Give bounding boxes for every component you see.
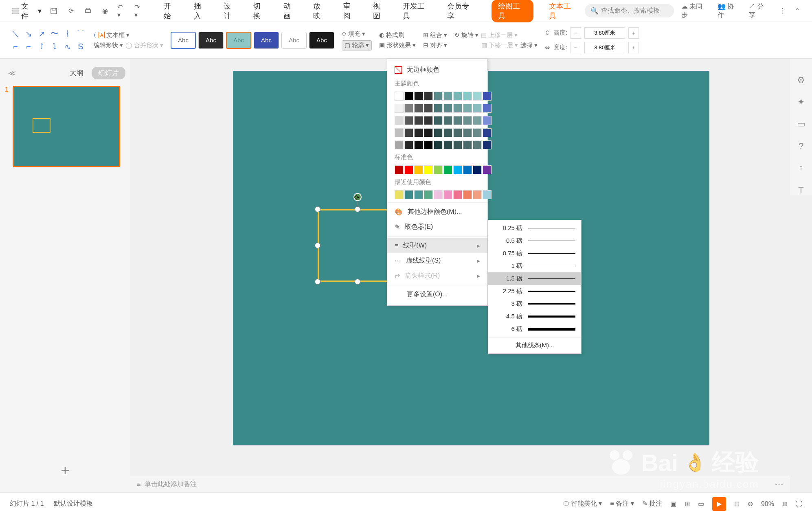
color-swatch[interactable]: [414, 116, 423, 125]
weight-option[interactable]: 6 磅: [488, 323, 581, 335]
color-swatch[interactable]: [395, 190, 404, 199]
tab-design[interactable]: 设计: [224, 0, 238, 22]
color-swatch[interactable]: [443, 140, 452, 149]
collapse-ribbon-icon[interactable]: ⌃: [794, 7, 800, 15]
tab-text-tools[interactable]: 文本工具: [549, 0, 578, 22]
save-icon[interactable]: [49, 6, 59, 16]
style-3-selected[interactable]: Abc: [226, 32, 251, 49]
zoom-out-icon[interactable]: ⊖: [748, 500, 753, 508]
shape-rectangle[interactable]: [318, 209, 397, 282]
color-swatch[interactable]: [443, 116, 452, 125]
color-swatch[interactable]: [483, 116, 492, 125]
color-swatch[interactable]: [463, 190, 472, 199]
color-swatch[interactable]: [395, 104, 404, 113]
color-swatch[interactable]: [404, 128, 413, 137]
color-swatch[interactable]: [463, 92, 472, 101]
tab-drawing-tools[interactable]: 绘图工具: [492, 0, 533, 22]
edit-shape-button[interactable]: 编辑形状 ▾: [94, 42, 123, 49]
merge-shape-button[interactable]: ◯ 合并形状 ▾: [125, 42, 163, 49]
undo-icon[interactable]: ↶ ▾: [117, 6, 127, 16]
style-4[interactable]: Abc: [254, 32, 279, 49]
format-painter-button[interactable]: ◐ 格式刷: [379, 31, 416, 39]
style-1[interactable]: Abc: [171, 32, 196, 49]
weight-item[interactable]: ≡线型(W)▸: [387, 238, 487, 253]
align-button[interactable]: ⊟ 对齐 ▾: [423, 42, 447, 49]
color-swatch[interactable]: [453, 190, 462, 199]
more-lines-item[interactable]: 其他线条(M)...: [488, 339, 581, 352]
color-swatch[interactable]: [404, 165, 413, 174]
color-swatch[interactable]: [424, 116, 433, 125]
more-colors-item[interactable]: 🎨其他边框颜色(M)...: [387, 204, 487, 219]
color-swatch[interactable]: [395, 92, 404, 101]
color-swatch[interactable]: [434, 104, 443, 113]
style-2[interactable]: Abc: [198, 32, 224, 49]
bring-forward-button[interactable]: ▤ 上移一层 ▾: [481, 31, 518, 39]
more-settings-item[interactable]: 更多设置(O)...: [387, 287, 487, 302]
rotation-handle[interactable]: ⟳: [353, 193, 362, 201]
zoom-in-icon[interactable]: ⊕: [782, 500, 788, 508]
color-swatch[interactable]: [443, 128, 452, 137]
magic-icon[interactable]: ✦: [796, 97, 806, 107]
color-swatch[interactable]: [443, 104, 452, 113]
color-swatch[interactable]: [434, 92, 443, 101]
text-icon[interactable]: T: [796, 185, 806, 195]
comments-toggle[interactable]: ✎ 批注: [642, 500, 662, 508]
weight-option[interactable]: 0.25 磅: [488, 222, 581, 234]
width-input[interactable]: [584, 42, 625, 53]
tab-developer[interactable]: 开发工具: [403, 0, 432, 22]
weight-option[interactable]: 1.5 磅: [488, 272, 581, 285]
search-input[interactable]: 🔍 查找命令、搜索模板: [585, 4, 674, 18]
color-swatch[interactable]: [424, 104, 433, 113]
redo-icon[interactable]: ↷ ▾: [134, 6, 144, 16]
file-menu-button[interactable]: 文件 ▾: [12, 1, 42, 21]
outline-button[interactable]: ▢ 轮廓 ▾: [342, 40, 372, 50]
notes-toggle[interactable]: ≡ 备注 ▾: [610, 500, 634, 508]
color-swatch[interactable]: [453, 128, 462, 137]
quick-styles-gallery[interactable]: Abc Abc Abc Abc Abc Abc: [171, 32, 334, 49]
color-swatch[interactable]: [434, 190, 443, 199]
color-swatch[interactable]: [414, 165, 423, 174]
resize-handle-tc[interactable]: [355, 206, 360, 212]
weight-option[interactable]: 4.5 磅: [488, 310, 581, 323]
add-slide-button[interactable]: +: [5, 454, 125, 487]
color-swatch[interactable]: [473, 140, 482, 149]
select-button[interactable]: 选择 ▾: [520, 42, 538, 49]
color-swatch[interactable]: [463, 128, 472, 137]
tab-animations[interactable]: 动画: [283, 0, 298, 22]
color-swatch[interactable]: [424, 140, 433, 149]
help-icon[interactable]: ?: [796, 141, 806, 151]
color-swatch[interactable]: [483, 190, 492, 199]
width-decrease[interactable]: −: [571, 42, 581, 53]
textbox-button[interactable]: A 文本框 ▾: [99, 31, 129, 39]
print-preview-icon[interactable]: ◉: [100, 6, 110, 16]
height-increase[interactable]: +: [628, 27, 639, 39]
tab-slideshow[interactable]: 放映: [313, 0, 327, 22]
shapes-gallery[interactable]: ＼↘↗〜⌇⌒ ⌐⌐⤴⤵∿S: [10, 28, 86, 53]
color-swatch[interactable]: [453, 140, 462, 149]
color-swatch[interactable]: [453, 92, 462, 101]
color-swatch[interactable]: [483, 165, 492, 174]
tab-insert[interactable]: 插入: [194, 0, 208, 22]
tab-transitions[interactable]: 切换: [253, 0, 268, 22]
tab-view[interactable]: 视图: [373, 0, 387, 22]
tab-review[interactable]: 审阅: [343, 0, 358, 22]
fill-button[interactable]: ◇ 填充 ▾: [342, 30, 372, 38]
color-swatch[interactable]: [473, 116, 482, 125]
color-swatch[interactable]: [483, 128, 492, 137]
color-swatch[interactable]: [473, 128, 482, 137]
resize-handle-bl[interactable]: [315, 279, 320, 285]
color-swatch[interactable]: [424, 92, 433, 101]
color-swatch[interactable]: [443, 165, 452, 174]
tab-home[interactable]: 开始: [164, 0, 178, 22]
save-as-icon[interactable]: ⟳: [66, 6, 76, 16]
color-swatch[interactable]: [434, 140, 443, 149]
present-icon[interactable]: ▭: [796, 119, 806, 129]
color-swatch[interactable]: [434, 128, 443, 137]
color-swatch[interactable]: [414, 190, 423, 199]
height-input[interactable]: [584, 27, 625, 39]
tab-member[interactable]: 会员专享: [447, 0, 476, 22]
beautify-button[interactable]: ⬡ 智能美化 ▾: [563, 500, 602, 508]
color-swatch[interactable]: [463, 165, 472, 174]
resize-handle-bc[interactable]: [355, 279, 360, 285]
arrows-item[interactable]: ⇄箭头样式(R)▸: [387, 268, 487, 283]
